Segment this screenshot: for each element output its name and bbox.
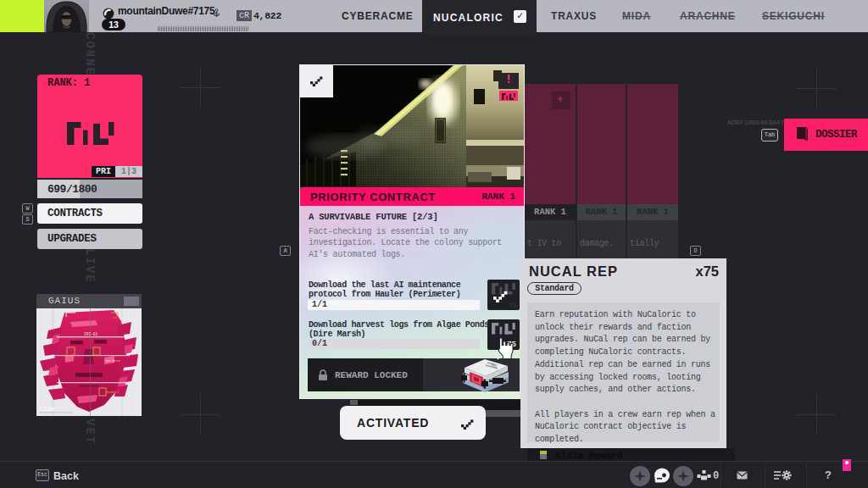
svg-text:BM hrtx: BM hrtx — [106, 359, 120, 363]
svg-text:IRI-01: IRI-01 — [84, 332, 98, 336]
svg-text:Rsdntl: Rsdntl — [107, 391, 120, 394]
svg-text:IN: IN — [113, 316, 117, 319]
svg-text:LTA■: LTA■ — [40, 406, 54, 413]
